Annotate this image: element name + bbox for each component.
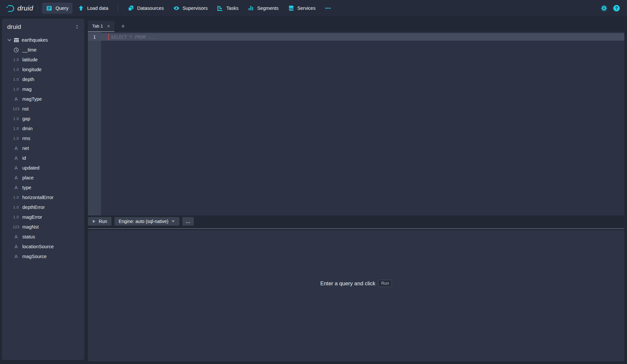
column-row-longitude[interactable]: 1.0longitude — [2, 65, 84, 74]
close-tab-icon[interactable]: ✕ — [107, 24, 110, 29]
column-name: magNst — [22, 224, 39, 230]
column-name: horizontalError — [22, 195, 53, 200]
nav-item-more[interactable] — [321, 3, 335, 14]
editor-placeholder: SELECT * FROM ... — [111, 34, 156, 40]
top-nav: druid QueryLoad dataDatasourcesSuperviso… — [0, 0, 627, 16]
column-row-mag[interactable]: 1.0mag — [2, 84, 84, 94]
column-row-gap[interactable]: 1.0gap — [2, 114, 84, 124]
more-icon — [325, 5, 331, 11]
settings-gear-icon[interactable] — [601, 5, 607, 11]
column-row-rms[interactable]: 1.0rms — [2, 133, 84, 143]
column-name: gap — [22, 116, 30, 121]
column-name: status — [22, 234, 35, 239]
run-more-options-button[interactable]: ... — [182, 217, 194, 226]
column-name: dmin — [22, 126, 32, 131]
type-glyph-string: A — [12, 254, 20, 259]
druid-logo[interactable]: druid — [5, 3, 33, 13]
column-row-locationSource[interactable]: AlocationSource — [2, 242, 84, 252]
column-name: rms — [22, 136, 30, 141]
column-name: magError — [22, 214, 42, 220]
nav-item-label: Tasks — [226, 6, 238, 11]
column-row-depthError[interactable]: 1.0depthError — [2, 202, 84, 212]
column-row-nst[interactable]: 123nst — [2, 104, 84, 114]
nav-item-datasources[interactable]: Datasources — [124, 3, 168, 14]
column-row-id[interactable]: Aid — [2, 153, 84, 163]
nav-item-label: Segments — [257, 6, 278, 11]
column-row-depth[interactable]: 1.0depth — [2, 74, 84, 84]
nav-item-services[interactable]: Services — [284, 3, 320, 14]
column-row-updated[interactable]: Aupdated — [2, 163, 84, 173]
nav-item-query[interactable]: Query — [42, 3, 72, 14]
type-glyph-long: 123 — [12, 225, 20, 229]
type-glyph-float: 1.0 — [12, 215, 20, 219]
nav-item-label: Services — [297, 6, 316, 11]
type-glyph-float: 1.0 — [12, 77, 20, 81]
column-name: depth — [22, 77, 34, 82]
nav-item-label: Supervisors — [183, 6, 208, 11]
column-row-magNst[interactable]: 123magNst — [2, 222, 84, 232]
column-row-magError[interactable]: 1.0magError — [2, 212, 84, 222]
column-row-magType[interactable]: AmagType — [2, 94, 84, 104]
tab-tab1[interactable]: Tab 1 ✕ — [88, 21, 114, 31]
add-tab-button[interactable]: + — [119, 23, 127, 31]
results-panel: Enter a query and click Run — [88, 230, 624, 361]
help-icon[interactable]: ? — [613, 5, 620, 11]
column-name: longitude — [22, 67, 42, 72]
type-glyph-float: 1.0 — [12, 205, 20, 209]
column-name: type — [22, 185, 31, 190]
nav-item-supervisors[interactable]: Supervisors — [169, 3, 212, 14]
type-glyph-string: A — [12, 175, 20, 180]
column-row-horizontalError[interactable]: 1.0horizontalError — [2, 192, 84, 202]
nav-item-segments[interactable]: Segments — [244, 3, 282, 14]
sql-editor[interactable]: 1 SELECT * FROM ... — [88, 32, 624, 215]
engine-select-button[interactable]: Engine: auto (sql-native) — [114, 217, 180, 226]
column-row-__time[interactable]: __time — [2, 45, 84, 55]
datasources-icon — [128, 5, 134, 11]
more-icon: ... — [186, 219, 191, 224]
column-row-magSource[interactable]: AmagSource — [2, 252, 84, 261]
column-row-dmin[interactable]: 1.0dmin — [2, 124, 84, 133]
datasource-row-earthquakes[interactable]: earthquakes — [2, 35, 84, 45]
line-number: 1 — [88, 34, 101, 40]
supervisors-icon — [173, 5, 180, 11]
panel-splitter[interactable] — [88, 228, 624, 229]
column-row-latitude[interactable]: 1.0latitude — [2, 55, 84, 65]
nav-item-tasks[interactable]: Tasks — [213, 3, 242, 14]
clock-icon — [12, 47, 20, 53]
type-glyph-float: 1.0 — [12, 68, 20, 71]
column-name: depthError — [22, 205, 45, 210]
column-name: magSource — [22, 254, 47, 259]
datasource-name: earthquakes — [22, 37, 48, 43]
type-glyph-float: 1.0 — [12, 127, 20, 131]
column-row-type[interactable]: Atype — [2, 183, 84, 192]
sidebar-header: druid — [2, 19, 84, 34]
column-row-place[interactable]: Aplace — [2, 173, 84, 183]
type-glyph-long: 123 — [12, 107, 20, 111]
column-name: latitude — [22, 57, 38, 62]
tasks-icon — [217, 5, 223, 11]
column-row-status[interactable]: Astatus — [2, 232, 84, 242]
nav-item-label: Datasources — [137, 6, 164, 11]
query-tab-bar: Tab 1 ✕ + — [88, 19, 127, 31]
column-row-net[interactable]: Anet — [2, 143, 84, 153]
schema-sidebar: druid earthquakes__time1.0latitude1.0lon… — [2, 19, 84, 360]
run-button[interactable]: Run — [88, 217, 111, 226]
type-glyph-float: 1.0 — [12, 87, 20, 91]
druid-logo-icon — [5, 3, 15, 13]
nav-item-label: Query — [55, 6, 69, 11]
engine-label: Engine: auto (sql-native) — [119, 219, 169, 224]
double-caret-sort-icon[interactable] — [74, 24, 80, 30]
play-icon — [92, 219, 96, 223]
table-icon — [12, 37, 20, 43]
chevron-down-icon — [6, 38, 12, 43]
nav-right: ? — [601, 5, 620, 11]
nav-item-load-data[interactable]: Load data — [74, 3, 112, 14]
query-icon — [46, 5, 52, 11]
query-view: Tab 1 ✕ + 1 SELECT * FROM ... Run Engine… — [88, 19, 624, 361]
type-glyph-float: 1.0 — [12, 136, 20, 140]
segments-icon — [248, 5, 254, 11]
column-name: updated — [22, 165, 39, 171]
run-button-label: Run — [99, 219, 107, 224]
column-name: id — [22, 155, 26, 161]
column-name: locationSource — [22, 244, 54, 249]
